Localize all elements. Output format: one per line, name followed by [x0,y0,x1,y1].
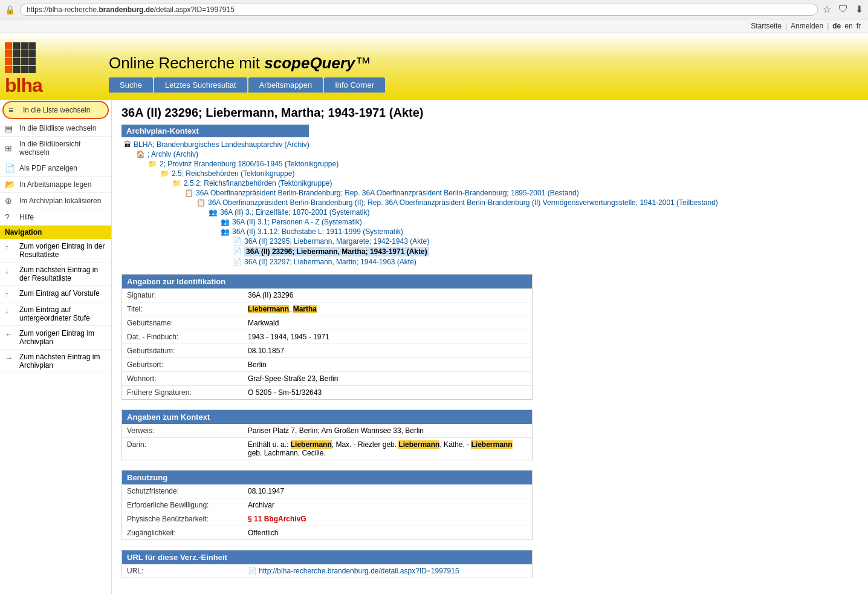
sidebar-label-bildliste: In die Bildliste wechseln [19,124,96,132]
tab-info-corner[interactable]: Info Corner [324,77,385,93]
darin-label: Darin: [122,438,243,460]
sidebar: ≡ In die Liste wechseln ▤ In die Bildlis… [0,100,112,594]
lang-de[interactable]: de [832,22,841,30]
file-icon-3: 📄 [233,258,242,266]
nav-item-untergeordnet[interactable]: ↓ Zum Eintrag auf untergeordneter Stufe [0,302,111,326]
darin-highlight-1: Liebermann [291,440,332,449]
grid-icon: ⊞ [5,143,16,153]
separator1: | [785,22,787,30]
nav-item-naechst-resultat[interactable]: ↓ Zum nächsten Eintrag in der Resultatli… [0,262,111,286]
tree-link-archiv[interactable]: ; Archiv (Archiv) [147,150,198,158]
tree-link-finanzb[interactable]: 2.5.2; Reichsfinanzbehörden (Tektonikgru… [184,179,332,188]
table-row: URL: 📄 http://blha-recherche.brandenburg… [122,564,532,578]
archive-icon: 🏛 [124,140,131,149]
nav-label-naechst-archivplan: Zum nächsten Eintrag im Archivplan [19,353,106,370]
tab-suche[interactable]: Suche [109,77,153,93]
physisch-label: Physische Benützbarkeit: [122,512,243,526]
sidebar-label-arbeitsmappe: In Arbeitsmappe legen [19,180,91,189]
nav-item-vorig-archivplan[interactable]: ← Zum vorigen Eintrag im Archivplan [0,326,111,350]
logo-sq [13,58,20,65]
tree-item-provinz: 📁 2; Provinz Brandenburg 1806/16-1945 (T… [148,159,858,169]
findbuch-label: Dat. - Findbuch: [122,330,243,344]
tree-item-23296: 📄 36A (II) 23296; Liebermann, Martha; 19… [233,246,858,257]
bewilligung-label: Erforderliche Bewilligung: [122,498,243,512]
url-bar[interactable]: https://blha-recherche.brandenburg.de/de… [20,4,818,16]
site-title: Online Recherche mit scopeQuery™ [109,54,856,73]
main-layout: ≡ In die Liste wechseln ▤ In die Bildlis… [0,100,868,594]
tab-arbeitsmappen[interactable]: Arbeitsmappen [248,77,323,93]
table-row: Wohnort: Graf-Spee-Straße 23, Berlin [122,372,532,386]
people-icon-1: 👥 [209,208,218,217]
sidebar-item-bilduebersicht[interactable]: ⊞ In die Bildübersicht wechseln [0,137,111,160]
tree-container: 🏛 BLHA; Brandenburgisches Landeshauptarc… [124,140,858,267]
anmelden-link[interactable]: Anmelden [791,22,823,30]
site-title-tm: ™ [355,54,371,72]
sidebar-label-bilduebersicht: In die Bildübersicht wechseln [19,140,106,157]
content-area: 36A (II) 23296; Liebermann, Martha; 1943… [112,100,868,594]
tree-link-bestand[interactable]: 36A Oberfinanzpräsident Berlin-Brandenbu… [196,189,579,197]
nav-item-vorstufe[interactable]: ↑ Zum Eintrag auf Vorstufe [0,286,111,302]
tree-item-buchstabe: 👥 36A (II) 3.1.12; Buchstabe L; 1911-199… [221,227,858,236]
site-title-area: Online Recherche mit scopeQuery™ Suche L… [109,54,856,100]
table-row: Geburtsdatum: 08.10.1857 [122,344,532,358]
bookmark-icon[interactable]: ☆ [823,4,831,15]
site-title-plain: Online Recherche mit [109,54,264,72]
schutzfrist-value: 08.10.1947 [243,484,532,498]
fruehere-sig-value: O 5205 - Sm-51/32643 [243,386,532,400]
sidebar-item-pdf[interactable]: 📄 Als PDF anzeigen [0,160,111,177]
schutzfrist-label: Schutzfristende: [122,484,243,498]
sidebar-item-hilfe[interactable]: ? Hilfe [0,209,111,226]
tree-current-item: 36A (II) 23296; Liebermann, Martha; 1943… [244,247,429,256]
table-row: Erforderliche Bewilligung: Archivar [122,498,532,512]
site-header: blha Online Recherche mit scopeQuery™ Su… [0,33,868,100]
titel-label: Titel: [122,302,243,316]
download-icon[interactable]: ⬇ [855,4,863,15]
tree-link-buchstabe[interactable]: 36A (II) 3.1.12; Buchstabe L; 1911-1999 … [232,227,403,236]
site-topbar: Startseite | Anmelden | de en fr [0,19,868,33]
arrow-left-icon: ← [5,330,16,339]
nav-section-title: Navigation [0,226,111,239]
kontext-table: Verweis: Pariser Platz 7, Berlin; Am Gro… [122,424,532,460]
tab-letztes-suchresultat[interactable]: Letztes Suchresultat [154,77,247,93]
verweis-value: Pariser Platz 7, Berlin; Am Großen Wanns… [243,424,532,438]
nav-label-vorstufe: Zum Eintrag auf Vorstufe [19,289,100,298]
sidebar-item-bildliste[interactable]: ▤ In die Bildliste wechseln [0,120,111,137]
url-link[interactable]: http://blha-recherche.brandenburg.de/det… [259,567,459,575]
sidebar-label-archivplan: Im Archivplan lokalisieren [19,197,101,205]
tree-link-provinz[interactable]: 2; Provinz Brandenburg 1806/16-1945 (Tek… [160,160,338,168]
lang-fr[interactable]: fr [857,22,861,30]
startseite-link[interactable]: Startseite [751,22,782,30]
tree-item-archiv: 🏠 ; Archiv (Archiv) [136,149,858,159]
tree-link-personen[interactable]: 36A (II) 3.1; Personen A - Z (Systematik… [232,218,362,226]
tree-link-23297[interactable]: 36A (II) 23297; Liebermann, Martin; 1944… [244,258,416,266]
list-icon: ≡ [8,105,19,115]
nav-item-naechst-archivplan[interactable]: → Zum nächsten Eintrag im Archivplan [0,350,111,373]
locate-icon: ⊕ [5,196,16,206]
tree-item-23295: 📄 36A (II) 23295; Liebermann, Margarete;… [233,236,858,246]
logo-text: blha [5,76,42,95]
law-link[interactable]: § 11 BbgArchivG [248,515,306,523]
titel-highlight-2: Martha [293,305,317,313]
tree-link-23295[interactable]: 36A (II) 23295; Liebermann, Margarete; 1… [244,237,429,246]
sidebar-item-archivplan[interactable]: ⊕ Im Archivplan lokalisieren [0,193,111,209]
browser-icons: ☆ 🛡 ⬇ [823,4,863,15]
darin-highlight-3: Liebermann [471,440,512,449]
signatur-value: 36A (II) 23296 [243,289,532,302]
tree-link-einzelfaelle[interactable]: 36A (II) 3.; Einzelfälle; 1870-2001 (Sys… [220,208,369,217]
page-title: 36A (II) 23296; Liebermann, Martha; 1943… [121,106,858,120]
nav-label-naechst-resultat: Zum nächsten Eintrag in der Resultatlist… [19,266,106,282]
table-row: Signatur: 36A (II) 23296 [122,289,532,302]
tree-link-blha[interactable]: BLHA; Brandenburgisches Landeshauptarchi… [134,140,309,149]
nav-item-vorig-resultat[interactable]: ↑ Zum vorigen Eintrag in der Resultatlis… [0,239,111,262]
url-value: 📄 http://blha-recherche.brandenburg.de/d… [243,564,532,578]
geburtsdatum-value: 08.10.1857 [243,344,532,358]
bewilligung-value: Archivar [243,498,532,512]
table-row: Physische Benützbarkeit: § 11 BbgArchivG [122,512,532,526]
lang-en[interactable]: en [844,22,852,30]
sidebar-item-arbeitsmappe[interactable]: 📂 In Arbeitsmappe legen [0,177,111,193]
url-section-header: URL für diese Verz.-Einheit [122,550,532,564]
tree-item-personen: 👥 36A (II) 3.1; Personen A - Z (Systemat… [221,217,858,227]
tree-link-teilbestand[interactable]: 36A Oberfinanzpräsident Berlin-Brandenbu… [208,198,718,207]
sidebar-item-liste[interactable]: ≡ In die Liste wechseln [2,101,109,119]
tree-link-reichsb[interactable]: 2.5; Reichsbehörden (Tektonikgruppe) [172,169,294,178]
